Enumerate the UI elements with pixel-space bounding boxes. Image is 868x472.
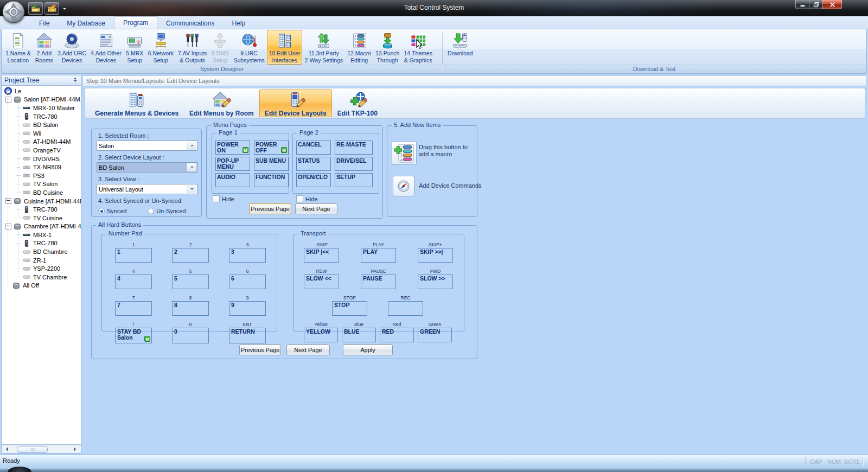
tree-node-wii[interactable]: Wii: [2, 129, 81, 138]
quick-access-edit-button[interactable]: [44, 2, 59, 15]
ribbon-item-8-dms-setup[interactable]: 8.DMSSetup: [209, 30, 231, 65]
tree-node-tv-chambre[interactable]: TV Chambre: [2, 273, 81, 282]
hard-button-return[interactable]: RETURN: [229, 328, 266, 343]
menu-page-button-power-on[interactable]: POWER ONM: [215, 141, 250, 155]
tree-node-ps3[interactable]: PS3: [2, 171, 81, 180]
scrollbar-thumb[interactable]: [17, 446, 48, 453]
menu-page-button-function[interactable]: FUNCTION: [254, 173, 289, 187]
ribbon-item-7-av-inputs-outputs[interactable]: 7.AV Inputs& Outputs: [176, 30, 209, 65]
tree-node-tv-cuisine[interactable]: TV Cuisine: [2, 214, 81, 222]
hard-button-0[interactable]: 0: [172, 328, 209, 343]
dropdown-arrow-icon[interactable]: [187, 163, 196, 171]
ribbon-item-11-3rd-party-2-way-settings[interactable]: 11.3rd Party2-Way Settings: [302, 30, 345, 65]
hard-button-4[interactable]: 4: [115, 275, 152, 289]
menu-page-button-re-maste[interactable]: RE-MASTE: [335, 141, 373, 155]
menu-page-button-drive-sel[interactable]: DRIVE/SEL: [335, 157, 373, 171]
toolbar-edit-tkp-100[interactable]: Edit TKP-100: [332, 90, 383, 117]
hard-button-7[interactable]: 7: [115, 301, 152, 316]
hard-button-slow[interactable]: SLOW >>: [418, 275, 453, 289]
tree-node-mrx-10-master[interactable]: MRX-10 Master: [2, 104, 81, 112]
add-macro-drag-button[interactable]: 1234: [392, 141, 417, 165]
ribbon-item-9-urc-subsystems[interactable]: 9.URCSubsystems: [231, 30, 266, 65]
quick-access-open-button[interactable]: [28, 2, 43, 15]
dropdown-arrow-icon[interactable]: [187, 142, 196, 150]
menu-page-button-sub-menu[interactable]: SUB MENU: [254, 157, 289, 171]
hard-button-stop[interactable]: STOP: [332, 301, 367, 316]
menu-page-button-status[interactable]: STATUS: [296, 157, 331, 171]
hard-button-red[interactable]: RED: [380, 328, 414, 342]
menu-pages-previous-page-button[interactable]: Previous Page: [249, 203, 291, 214]
menu-tab-file[interactable]: File: [30, 17, 58, 29]
menu-tab-program[interactable]: Program: [114, 16, 157, 29]
tree-node-tx-nr809[interactable]: TX-NR809: [2, 163, 81, 171]
hard-button-skip[interactable]: SKIP >>|: [418, 248, 453, 263]
hard-button-skip[interactable]: SKIP |<<: [304, 248, 339, 263]
tree-horizontal-scrollbar[interactable]: [1, 445, 81, 454]
tree-node-dvd-vhs[interactable]: DVD/VHS: [2, 155, 81, 163]
ribbon-item-12-macro-editing[interactable]: 123412.MacroEditing: [345, 30, 373, 65]
menu-page-button-audio[interactable]: AUDIO: [215, 173, 250, 187]
close-button[interactable]: [822, 0, 842, 9]
application-orb-button[interactable]: [2, 0, 25, 24]
tree-node-bd-salon[interactable]: BD Salon: [2, 120, 81, 129]
tree-expander-icon[interactable]: [5, 97, 11, 103]
tree-node-tv-salon[interactable]: TV Salon: [2, 180, 81, 189]
toolbar-generate-menus-devices[interactable]: Generate Menus & Devices: [90, 90, 184, 117]
menu-tab-communications[interactable]: Communications: [157, 17, 223, 29]
tree-node-cuisine-at-hdmi-44m[interactable]: Cuisine [AT-HDMI-44M: [2, 197, 81, 206]
tree-node-mrx-1[interactable]: MRX-1: [2, 231, 81, 239]
hard-button-green[interactable]: GREEN: [418, 328, 452, 342]
dropdown-arrow-icon[interactable]: [187, 185, 196, 193]
ribbon-item-2-add-rooms[interactable]: 2.AddRooms: [33, 30, 55, 65]
tree-expander-icon[interactable]: [5, 224, 11, 229]
tree-node-ysp-2200[interactable]: YSP-2200: [2, 264, 81, 273]
room-dropdown[interactable]: Salon: [97, 141, 197, 151]
view-dropdown[interactable]: Universal Layout: [97, 184, 197, 194]
page2-hide-checkbox[interactable]: [296, 195, 303, 202]
tree-expander-icon[interactable]: [5, 198, 11, 204]
tree-node-le[interactable]: Le: [2, 87, 81, 95]
pin-icon[interactable]: [72, 78, 78, 84]
tree-node-trc-780[interactable]: TRC-780: [2, 239, 81, 248]
add-device-commands-button[interactable]: [393, 176, 414, 196]
hard-button-blue[interactable]: BLUE: [342, 328, 376, 342]
quick-access-dropdown[interactable]: [61, 4, 68, 14]
restore-button[interactable]: [809, 0, 822, 9]
device-layout-dropdown[interactable]: BD Salon: [97, 162, 197, 173]
hard-button-8[interactable]: 8: [172, 301, 209, 316]
tree-node-all-off[interactable]: All Off: [2, 282, 81, 290]
menu-page-button-open-clo[interactable]: OPEN/CLO: [296, 173, 331, 187]
menu-page-button-cancel[interactable]: CANCEL: [296, 141, 331, 155]
hard-button-pause[interactable]: PAUSE: [361, 275, 396, 289]
toolbar-edit-menus-by-room[interactable]: Edit Menus by Room: [184, 90, 259, 117]
scroll-right-arrow[interactable]: [72, 446, 80, 453]
hard-button-9[interactable]: 9: [229, 301, 266, 316]
toolbar-edit-device-layouts[interactable]: Edit Device Layouts: [259, 90, 332, 117]
ribbon-item-6-network-setup[interactable]: 6.NetworkSetup: [146, 30, 176, 65]
ribbon-item-3-add-urc-devices[interactable]: 3.Add URCDevices: [55, 30, 88, 65]
hard-button-slow[interactable]: SLOW <<: [304, 275, 339, 289]
next-page-button[interactable]: Next Page: [286, 345, 330, 355]
menu-pages-next-page-button[interactable]: Next Page: [295, 203, 337, 214]
hard-button-1[interactable]: 1: [115, 248, 152, 263]
previous-page-button[interactable]: Previous Page: [239, 345, 281, 355]
tree-node-bd-cuisine[interactable]: BD Cuisine: [2, 188, 81, 197]
tree-node-trc-780[interactable]: TRC-780: [2, 112, 81, 121]
tree-node-zr-1[interactable]: ZR-1: [2, 256, 81, 265]
hard-button-6[interactable]: 6: [229, 275, 266, 289]
hard-button-play[interactable]: PLAY: [361, 248, 396, 263]
menu-page-button-power-off[interactable]: POWER OFFM: [254, 141, 289, 155]
tree-node-orangetv[interactable]: OrangeTV: [2, 146, 81, 155]
tree-node-bd-chambre[interactable]: BD Chambre: [2, 247, 81, 256]
ribbon-item-5-mrx-setup[interactable]: 5.MRXSetup: [124, 30, 146, 65]
menu-tab-my-database[interactable]: My Database: [58, 17, 114, 29]
synced-radio[interactable]: [98, 208, 105, 214]
tree-node-trc-780[interactable]: TRC-780: [2, 205, 81, 214]
ribbon-item-1-name-location[interactable]: 1.Name &Location: [3, 30, 33, 65]
unsynced-radio[interactable]: [148, 208, 154, 214]
tree-node-chambre-at-hdmi-4[interactable]: Chambre [AT-HDMI-4: [2, 222, 81, 231]
hard-button-3[interactable]: 3: [229, 248, 266, 263]
scroll-left-arrow[interactable]: [2, 446, 10, 453]
menu-page-button-pop-up-menu[interactable]: POP-UP MENU: [215, 157, 250, 171]
apply-button[interactable]: Apply: [343, 345, 393, 355]
